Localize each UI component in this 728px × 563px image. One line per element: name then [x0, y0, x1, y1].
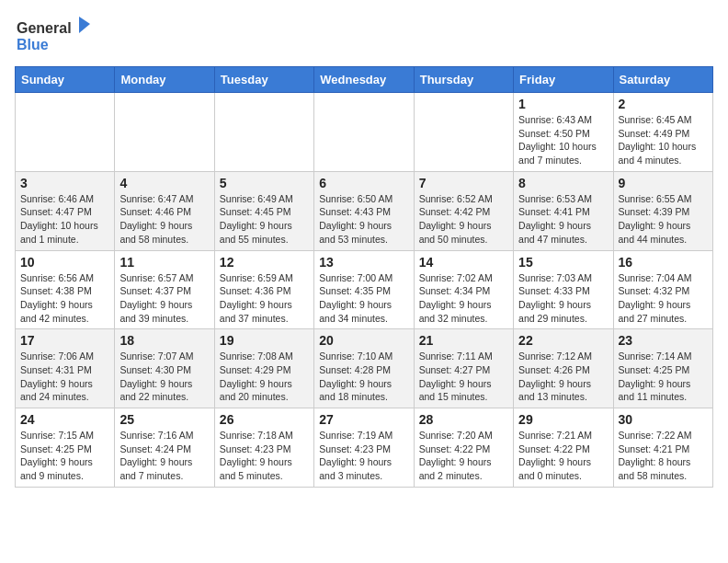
day-info: Sunrise: 7:16 AM Sunset: 4:24 PM Dayligh…	[119, 429, 209, 483]
day-info: Sunrise: 7:22 AM Sunset: 4:21 PM Dayligh…	[619, 429, 708, 483]
day-number: 25	[119, 412, 209, 427]
day-info: Sunrise: 6:59 AM Sunset: 4:36 PM Dayligh…	[220, 271, 309, 326]
weekday-header-row: SundayMondayTuesdayWednesdayThursdayFrid…	[16, 67, 713, 93]
day-info: Sunrise: 7:19 AM Sunset: 4:23 PM Dayligh…	[319, 429, 408, 483]
day-info: Sunrise: 6:52 AM Sunset: 4:42 PM Dayligh…	[419, 192, 508, 247]
day-number: 23	[619, 333, 708, 348]
day-info: Sunrise: 7:08 AM Sunset: 4:29 PM Dayligh…	[220, 350, 309, 404]
weekday-header-monday: Monday	[115, 67, 214, 93]
day-info: Sunrise: 7:03 AM Sunset: 4:33 PM Dayligh…	[518, 271, 608, 326]
day-number: 16	[619, 255, 708, 270]
day-number: 11	[119, 255, 209, 270]
day-number: 21	[419, 333, 508, 348]
day-number: 29	[518, 412, 608, 427]
day-info: Sunrise: 6:45 AM Sunset: 4:49 PM Dayligh…	[619, 113, 708, 167]
svg-text:General: General	[17, 20, 72, 36]
calendar-cell: 24Sunrise: 7:15 AM Sunset: 4:25 PM Dayli…	[16, 408, 115, 488]
calendar-cell: 16Sunrise: 7:04 AM Sunset: 4:32 PM Dayli…	[613, 250, 712, 329]
logo-svg: GeneralBlue	[15, 15, 97, 55]
day-info: Sunrise: 7:14 AM Sunset: 4:25 PM Dayligh…	[619, 350, 708, 404]
calendar-week-1: 1Sunrise: 6:43 AM Sunset: 4:50 PM Daylig…	[16, 93, 713, 172]
day-info: Sunrise: 7:21 AM Sunset: 4:22 PM Dayligh…	[518, 429, 608, 483]
day-info: Sunrise: 7:04 AM Sunset: 4:32 PM Dayligh…	[619, 271, 708, 326]
calendar-cell	[16, 93, 115, 172]
calendar-cell: 22Sunrise: 7:12 AM Sunset: 4:26 PM Dayli…	[514, 329, 613, 408]
day-number: 6	[319, 176, 408, 190]
day-number: 15	[518, 255, 608, 270]
day-number: 7	[419, 176, 508, 190]
day-info: Sunrise: 6:56 AM Sunset: 4:38 PM Dayligh…	[20, 271, 109, 326]
calendar-cell: 21Sunrise: 7:11 AM Sunset: 4:27 PM Dayli…	[414, 329, 513, 408]
calendar-cell: 27Sunrise: 7:19 AM Sunset: 4:23 PM Dayli…	[314, 408, 414, 488]
day-info: Sunrise: 6:49 AM Sunset: 4:45 PM Dayligh…	[220, 192, 309, 247]
calendar-cell: 30Sunrise: 7:22 AM Sunset: 4:21 PM Dayli…	[613, 408, 712, 488]
weekday-header-thursday: Thursday	[414, 67, 513, 93]
day-number: 4	[119, 176, 209, 190]
calendar-cell: 4Sunrise: 6:47 AM Sunset: 4:46 PM Daylig…	[115, 171, 214, 250]
calendar-cell: 7Sunrise: 6:52 AM Sunset: 4:42 PM Daylig…	[414, 171, 513, 250]
logo: GeneralBlue	[15, 15, 97, 55]
calendar-cell: 5Sunrise: 6:49 AM Sunset: 4:45 PM Daylig…	[214, 171, 313, 250]
calendar-cell: 28Sunrise: 7:20 AM Sunset: 4:22 PM Dayli…	[414, 408, 513, 488]
day-number: 28	[419, 412, 508, 427]
day-number: 9	[619, 176, 708, 190]
calendar-table: SundayMondayTuesdayWednesdayThursdayFrid…	[15, 66, 713, 488]
day-number: 27	[319, 412, 408, 427]
day-info: Sunrise: 7:20 AM Sunset: 4:22 PM Dayligh…	[419, 429, 508, 483]
day-info: Sunrise: 6:46 AM Sunset: 4:47 PM Dayligh…	[20, 192, 109, 247]
calendar-cell	[115, 93, 214, 172]
day-number: 17	[20, 333, 109, 348]
page-header: GeneralBlue	[15, 15, 713, 55]
day-number: 10	[20, 255, 109, 270]
weekday-header-tuesday: Tuesday	[214, 67, 313, 93]
day-number: 3	[20, 176, 109, 190]
day-number: 8	[518, 176, 608, 190]
day-number: 12	[220, 255, 309, 270]
calendar-cell: 6Sunrise: 6:50 AM Sunset: 4:43 PM Daylig…	[314, 171, 414, 250]
day-number: 13	[319, 255, 408, 270]
calendar-cell: 14Sunrise: 7:02 AM Sunset: 4:34 PM Dayli…	[414, 250, 513, 329]
calendar-cell: 18Sunrise: 7:07 AM Sunset: 4:30 PM Dayli…	[115, 329, 214, 408]
calendar-week-3: 10Sunrise: 6:56 AM Sunset: 4:38 PM Dayli…	[16, 250, 713, 329]
calendar-cell: 11Sunrise: 6:57 AM Sunset: 4:37 PM Dayli…	[115, 250, 214, 329]
day-number: 24	[20, 412, 109, 427]
calendar-week-4: 17Sunrise: 7:06 AM Sunset: 4:31 PM Dayli…	[16, 329, 713, 408]
calendar-cell: 12Sunrise: 6:59 AM Sunset: 4:36 PM Dayli…	[214, 250, 313, 329]
calendar-cell	[314, 93, 414, 172]
day-info: Sunrise: 6:53 AM Sunset: 4:41 PM Dayligh…	[518, 192, 608, 247]
day-info: Sunrise: 6:43 AM Sunset: 4:50 PM Dayligh…	[518, 113, 608, 167]
day-number: 19	[220, 333, 309, 348]
calendar-cell: 1Sunrise: 6:43 AM Sunset: 4:50 PM Daylig…	[514, 93, 613, 172]
day-info: Sunrise: 7:11 AM Sunset: 4:27 PM Dayligh…	[419, 350, 508, 404]
weekday-header-friday: Friday	[514, 67, 613, 93]
calendar-cell: 10Sunrise: 6:56 AM Sunset: 4:38 PM Dayli…	[16, 250, 115, 329]
calendar-cell: 29Sunrise: 7:21 AM Sunset: 4:22 PM Dayli…	[514, 408, 613, 488]
calendar-cell: 26Sunrise: 7:18 AM Sunset: 4:23 PM Dayli…	[214, 408, 313, 488]
day-number: 5	[220, 176, 309, 190]
day-info: Sunrise: 7:06 AM Sunset: 4:31 PM Dayligh…	[20, 350, 109, 404]
day-number: 20	[319, 333, 408, 348]
day-number: 22	[518, 333, 608, 348]
calendar-cell: 3Sunrise: 6:46 AM Sunset: 4:47 PM Daylig…	[16, 171, 115, 250]
day-info: Sunrise: 6:50 AM Sunset: 4:43 PM Dayligh…	[319, 192, 408, 247]
day-info: Sunrise: 7:15 AM Sunset: 4:25 PM Dayligh…	[20, 429, 109, 483]
calendar-cell: 2Sunrise: 6:45 AM Sunset: 4:49 PM Daylig…	[613, 93, 712, 172]
day-number: 18	[119, 333, 209, 348]
day-info: Sunrise: 7:02 AM Sunset: 4:34 PM Dayligh…	[419, 271, 508, 326]
day-number: 14	[419, 255, 508, 270]
calendar-cell: 19Sunrise: 7:08 AM Sunset: 4:29 PM Dayli…	[214, 329, 313, 408]
calendar-cell: 25Sunrise: 7:16 AM Sunset: 4:24 PM Dayli…	[115, 408, 214, 488]
calendar-week-2: 3Sunrise: 6:46 AM Sunset: 4:47 PM Daylig…	[16, 171, 713, 250]
calendar-cell: 17Sunrise: 7:06 AM Sunset: 4:31 PM Dayli…	[16, 329, 115, 408]
day-info: Sunrise: 6:47 AM Sunset: 4:46 PM Dayligh…	[119, 192, 209, 247]
weekday-header-wednesday: Wednesday	[314, 67, 414, 93]
svg-marker-2	[79, 17, 90, 33]
calendar-cell: 9Sunrise: 6:55 AM Sunset: 4:39 PM Daylig…	[613, 171, 712, 250]
day-info: Sunrise: 7:18 AM Sunset: 4:23 PM Dayligh…	[220, 429, 309, 483]
svg-text:Blue: Blue	[17, 37, 49, 52]
calendar-week-5: 24Sunrise: 7:15 AM Sunset: 4:25 PM Dayli…	[16, 408, 713, 488]
calendar-cell: 13Sunrise: 7:00 AM Sunset: 4:35 PM Dayli…	[314, 250, 414, 329]
day-info: Sunrise: 7:10 AM Sunset: 4:28 PM Dayligh…	[319, 350, 408, 404]
day-info: Sunrise: 6:55 AM Sunset: 4:39 PM Dayligh…	[619, 192, 708, 247]
day-info: Sunrise: 6:57 AM Sunset: 4:37 PM Dayligh…	[119, 271, 209, 326]
